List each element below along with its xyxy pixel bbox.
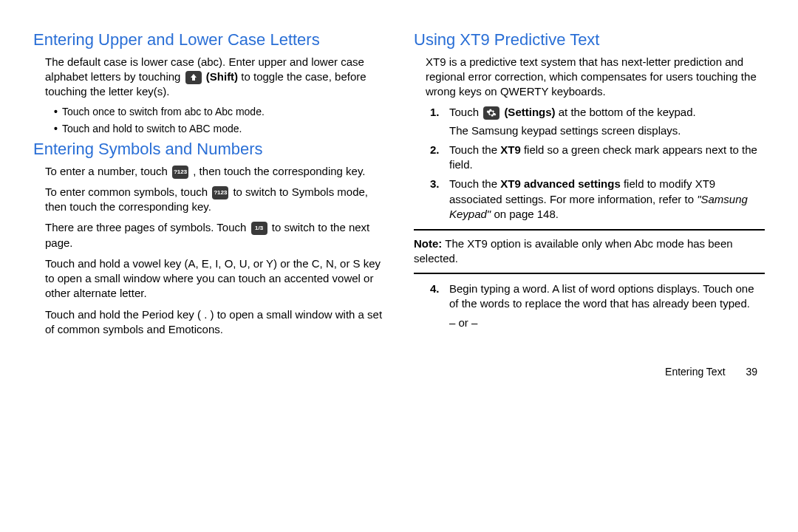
bullet-hold-ABC: • Touch and hold to switch to ABC mode. xyxy=(54,122,384,136)
settings-label: (Settings) xyxy=(504,106,555,118)
bullet-icon: • xyxy=(54,122,58,136)
num123-icon: ?123 xyxy=(172,166,188,179)
step-2: 2. Touch the XT9 field so a green check … xyxy=(430,143,765,173)
text: To enter a number, touch xyxy=(45,165,171,177)
step-number: 2. xyxy=(430,143,443,173)
heading-symbols-numbers: Entering Symbols and Numbers xyxy=(33,139,384,160)
step-4: 4. Begin typing a word. A list of word o… xyxy=(430,282,765,331)
para-three-pages: There are three pages of symbols. Touch … xyxy=(45,220,384,250)
step-body: Touch the XT9 advanced settings field to… xyxy=(449,177,765,222)
para-hold-period: Touch and hold the Period key ( . ) to o… xyxy=(45,307,384,338)
text: To enter common symbols, touch xyxy=(45,185,211,198)
shift-icon xyxy=(185,71,202,84)
or-label: – or – xyxy=(449,316,765,330)
text: Touch the xyxy=(449,143,500,156)
footer-page-number: 39 xyxy=(746,366,757,378)
text: at the bottom of the keypad. xyxy=(559,106,696,118)
note-body: The XT9 option is available only when Ab… xyxy=(414,237,733,265)
text: Begin typing a word. A list of word opti… xyxy=(449,282,754,310)
step-1: 1. Touch (Settings) at the bottom of the… xyxy=(430,105,765,138)
step-body: Begin typing a word. A list of word opti… xyxy=(449,282,765,331)
para-enter-number: To enter a number, touch ?123 , then tou… xyxy=(45,164,384,179)
note-block: Note: The XT9 option is available only w… xyxy=(414,229,765,274)
gear-icon xyxy=(483,106,499,120)
text: , then touch the corresponding key. xyxy=(193,165,365,177)
text: Touch and hold to switch to ABC mode. xyxy=(62,122,242,136)
text: The Samsung keypad settings screen displ… xyxy=(449,123,765,138)
page13-icon: 1/3 xyxy=(251,222,267,235)
xt9-adv-label: XT9 advanced settings xyxy=(500,177,621,190)
page-columns: Entering Upper and Lower Case Letters Th… xyxy=(33,30,765,343)
text: Touch once to switch from abc to Abc mod… xyxy=(62,105,265,119)
para-enter-symbols: To enter common symbols, touch ?123 to s… xyxy=(45,185,384,215)
footer-section: Entering Text xyxy=(665,366,725,378)
text: on page 148. xyxy=(494,208,559,220)
para-xt9-intro: XT9 is a predictive text system that has… xyxy=(426,55,765,100)
step-body: Touch the XT9 field so a green check mar… xyxy=(449,143,765,173)
para-hold-vowel: Touch and hold a vowel key (A, E, I, O, … xyxy=(45,256,384,301)
bullet-icon: • xyxy=(54,105,58,119)
shift-label: (Shift) xyxy=(206,70,238,83)
step-number: 3. xyxy=(430,177,443,222)
xt9-label: XT9 xyxy=(500,143,521,156)
bullet-abc-to-Abc: • Touch once to switch from abc to Abc m… xyxy=(54,105,384,119)
note-label: Note: xyxy=(414,237,442,250)
left-column: Entering Upper and Lower Case Letters Th… xyxy=(33,30,384,343)
heading-xt9: Using XT9 Predictive Text xyxy=(414,30,765,50)
para-default-case: The default case is lower case (abc). En… xyxy=(45,55,384,100)
text: Touch xyxy=(449,106,482,118)
page-footer: Entering Text 39 xyxy=(33,365,765,379)
step-number: 4. xyxy=(430,282,443,331)
step-body: Touch (Settings) at the bottom of the ke… xyxy=(449,105,765,138)
step-number: 1. xyxy=(430,105,443,138)
right-column: Using XT9 Predictive Text XT9 is a predi… xyxy=(414,30,765,343)
text: Touch the xyxy=(449,177,500,190)
step-3: 3. Touch the XT9 advanced settings field… xyxy=(430,177,765,222)
heading-upper-lower: Entering Upper and Lower Case Letters xyxy=(33,30,384,50)
num123-icon: ?123 xyxy=(212,186,228,200)
text: There are three pages of symbols. Touch xyxy=(45,221,250,233)
